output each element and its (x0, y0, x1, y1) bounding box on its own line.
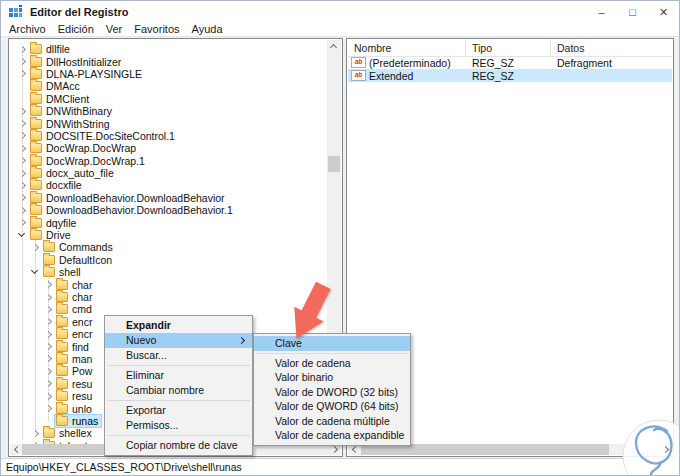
chevron-right-icon[interactable] (44, 379, 53, 388)
chevron-right-icon[interactable] (18, 131, 27, 140)
chevron-right-icon[interactable] (18, 181, 27, 190)
scroll-left-icon[interactable] (10, 444, 22, 455)
folder-icon (56, 404, 68, 414)
chevron-right-icon[interactable] (44, 342, 53, 351)
chevron-right-icon[interactable] (18, 206, 27, 215)
menu-archivo[interactable]: Archivo (3, 23, 52, 36)
chevron-right-icon[interactable] (18, 45, 27, 54)
tree-item-shell[interactable]: shell (10, 266, 327, 278)
tree-item-dnwithbinary[interactable]: DNWithBinary (10, 105, 327, 117)
column-header-data[interactable]: Datos (551, 40, 672, 56)
tree-item-char[interactable]: char (10, 278, 327, 290)
submenu-item-valor-de-qword-64-bits[interactable]: Valor de QWORD (64 bits) (254, 399, 410, 414)
menu-separator (107, 365, 250, 366)
scrollbar-thumb[interactable] (361, 444, 609, 455)
scroll-left-icon[interactable] (348, 444, 360, 455)
submenu-item-valor-de-dword-32-bits[interactable]: Valor de DWORD (32 bits) (254, 385, 410, 400)
submenu-item-valor-de-cadena-expandible[interactable]: Valor de cadena expandible (254, 428, 410, 443)
chevron-right-icon[interactable] (44, 392, 53, 401)
chevron-right-icon[interactable] (31, 243, 40, 252)
scroll-right-icon[interactable] (660, 444, 672, 455)
submenu-item-valor-binario[interactable]: Valor binario (254, 370, 410, 385)
chevron-right-icon[interactable] (18, 119, 27, 128)
chevron-right-icon[interactable] (18, 169, 27, 178)
list-header: Nombre Tipo Datos (348, 40, 672, 57)
tree-item-commands[interactable]: Commands (10, 241, 327, 253)
folder-icon (56, 366, 68, 376)
folder-icon (56, 416, 68, 426)
tree-item-label: DNWithString (46, 118, 110, 130)
chevron-right-icon[interactable] (18, 57, 27, 66)
chevron-down-icon[interactable] (31, 268, 40, 277)
menu-favoritos[interactable]: Favoritos (128, 23, 185, 36)
chevron-right-icon[interactable] (18, 193, 27, 202)
minimize-button[interactable]: – (586, 1, 617, 23)
chevron-right-icon[interactable] (44, 293, 53, 302)
scroll-right-icon[interactable] (329, 444, 341, 455)
tree-item-docsite-docsitecontrol-1[interactable]: DOCSITE.DocSiteControl.1 (10, 130, 327, 142)
tree-item-char[interactable]: char (10, 291, 327, 303)
scroll-up-icon[interactable] (327, 40, 341, 52)
tree-item-downloadbehavior-downloadbehavior[interactable]: DownloadBehavior.DownloadBehavior (10, 192, 327, 204)
chevron-right-icon[interactable] (18, 69, 27, 78)
context-menu-item-cambiar-nombre[interactable]: Cambiar nombre (105, 383, 252, 398)
submenu-item-valor-de-cadena-m-ltiple[interactable]: Valor de cadena múltiple (254, 414, 410, 429)
context-menu-item-expandir[interactable]: Expandir (105, 318, 252, 333)
tree-item-defaulticon[interactable]: DefaultIcon (10, 254, 327, 266)
tree-item-dllfile[interactable]: dllfile (10, 43, 327, 55)
chevron-right-icon[interactable] (44, 354, 53, 363)
tree-item-dmclient[interactable]: DMClient (10, 93, 327, 105)
tree-item-dqyfile[interactable]: dqyfile (10, 216, 327, 228)
chevron-right-icon[interactable] (18, 107, 27, 116)
column-header-name[interactable]: Nombre (348, 40, 466, 56)
chevron-right-icon[interactable] (44, 330, 53, 339)
column-header-type[interactable]: Tipo (466, 40, 551, 56)
tree-item-dlna-playsingle[interactable]: DLNA-PLAYSINGLE (10, 68, 327, 80)
chevron-right-icon[interactable] (44, 280, 53, 289)
menu-separator (256, 353, 408, 354)
folder-icon (30, 193, 42, 203)
context-menu-item-exportar[interactable]: Exportar (105, 403, 252, 418)
tree-item-label: DocWrap.DocWrap.1 (46, 155, 145, 167)
submenu-item-valor-de-cadena[interactable]: Valor de cadena (254, 356, 410, 371)
window-title: Editor del Registro (30, 6, 128, 18)
value-row-extended[interactable]: abExtendedREG_SZ (348, 69, 672, 82)
chevron-right-icon[interactable] (44, 367, 53, 376)
menu-edici-n[interactable]: Edición (52, 23, 100, 36)
tree-item-cmd[interactable]: cmd (10, 303, 327, 315)
context-menu-item-buscar[interactable]: Buscar... (105, 348, 252, 363)
menu-ver[interactable]: Ver (100, 23, 129, 36)
tree-item-dnwithstring[interactable]: DNWithString (10, 117, 327, 129)
context-menu-item-copiar-nombre-de-clave[interactable]: Copiar nombre de clave (105, 438, 252, 453)
menu-bar: ArchivoEdiciónVerFavoritosAyuda (1, 23, 679, 37)
close-button[interactable]: ✕ (648, 1, 679, 23)
chevron-right-icon[interactable] (18, 144, 27, 153)
chevron-right-icon[interactable] (44, 305, 53, 314)
maximize-button[interactable]: □ (617, 1, 648, 23)
tree-item-docx-auto-file[interactable]: docx_auto_file (10, 167, 327, 179)
tree-item-docxfile[interactable]: docxfile (10, 179, 327, 191)
chevron-right-icon[interactable] (18, 156, 27, 165)
folder-icon (56, 280, 68, 290)
tree-item-downloadbehavior-downloadbehavior-1[interactable]: DownloadBehavior.DownloadBehavior.1 (10, 204, 327, 216)
chevron-right-icon[interactable] (31, 429, 40, 438)
tree-item-drive[interactable]: Drive (10, 229, 327, 241)
tree-item-label: Pow (72, 365, 92, 377)
context-menu-item-permisos[interactable]: Permisos... (105, 418, 252, 433)
chevron-right-icon[interactable] (44, 404, 53, 413)
tree-item-docwrap-docwrap[interactable]: DocWrap.DocWrap (10, 142, 327, 154)
value-row-predeterminado[interactable]: ab(Predeterminado)REG_SZDefragment (348, 56, 672, 69)
chevron-right-icon[interactable] (18, 218, 27, 227)
scrollbar-thumb[interactable] (328, 156, 340, 172)
submenu-arrow-icon (239, 337, 245, 343)
tree-item-docwrap-docwrap-1[interactable]: DocWrap.DocWrap.1 (10, 155, 327, 167)
chevron-right-icon[interactable] (44, 317, 53, 326)
red-annotation-arrow (281, 273, 345, 345)
menu-ayuda[interactable]: Ayuda (186, 23, 229, 36)
context-menu-item-nuevo[interactable]: Nuevo (105, 333, 252, 348)
chevron-down-icon[interactable] (18, 231, 27, 240)
tree-item-dllhostinitializer[interactable]: DllHostInitializer (10, 55, 327, 67)
tree-item-dmacc[interactable]: DMAcc (10, 80, 327, 92)
list-horizontal-scrollbar[interactable] (348, 444, 672, 455)
context-menu-item-eliminar[interactable]: Eliminar (105, 368, 252, 383)
